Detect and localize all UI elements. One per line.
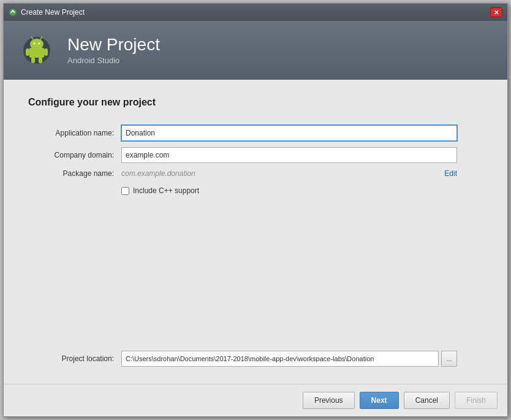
application-name-input[interactable] <box>121 125 457 141</box>
section-title: Configure your new project <box>28 97 483 108</box>
company-domain-label: Company domain: <box>28 151 114 159</box>
window-icon <box>9 8 17 17</box>
svg-rect-11 <box>39 57 42 63</box>
title-bar-text: Create New Project <box>9 8 85 17</box>
header-section: New Project Android Studio <box>4 21 507 80</box>
android-logo <box>18 32 55 69</box>
include-cpp-checkbox[interactable] <box>121 187 129 195</box>
main-window: Create New Project ✕ <box>3 3 508 417</box>
project-location-input[interactable] <box>121 351 439 367</box>
cancel-button[interactable]: Cancel <box>404 392 450 409</box>
browse-button[interactable]: ... <box>441 351 457 367</box>
svg-point-5 <box>39 43 40 45</box>
location-input-wrapper: ... <box>121 351 457 367</box>
spacer <box>28 195 483 338</box>
title-bar-controls: ✕ <box>490 7 502 17</box>
application-name-label: Application name: <box>28 129 114 137</box>
header-title: New Project <box>67 36 160 55</box>
form-grid: Application name: Company domain: Packag… <box>28 125 457 195</box>
header-text-group: New Project Android Studio <box>67 36 160 65</box>
svg-rect-9 <box>44 48 48 56</box>
company-domain-input[interactable] <box>121 147 457 163</box>
cpp-support-label: Include C++ support <box>133 186 199 195</box>
svg-point-4 <box>34 43 36 45</box>
project-location-label: Project location: <box>28 354 114 363</box>
package-name-row: com.example.donation Edit <box>121 169 457 178</box>
svg-rect-10 <box>31 57 35 63</box>
close-button[interactable]: ✕ <box>490 7 502 17</box>
svg-rect-8 <box>26 48 29 56</box>
project-location-section: Project location: ... <box>28 351 457 367</box>
package-name-label: Package name: <box>28 169 114 178</box>
header-subtitle: Android Studio <box>67 56 160 65</box>
svg-point-3 <box>30 39 44 50</box>
window-title: Create New Project <box>21 8 85 17</box>
finish-button: Finish <box>455 392 498 409</box>
cpp-support-row: Include C++ support <box>121 186 457 195</box>
previous-button[interactable]: Previous <box>303 392 355 409</box>
edit-link[interactable]: Edit <box>444 169 457 178</box>
footer: Previous Next Cancel Finish <box>4 384 507 416</box>
title-bar: Create New Project ✕ <box>4 4 507 21</box>
next-button[interactable]: Next <box>360 392 399 409</box>
content-area: Configure your new project Application n… <box>4 80 507 384</box>
package-name-value: com.example.donation <box>121 169 195 178</box>
